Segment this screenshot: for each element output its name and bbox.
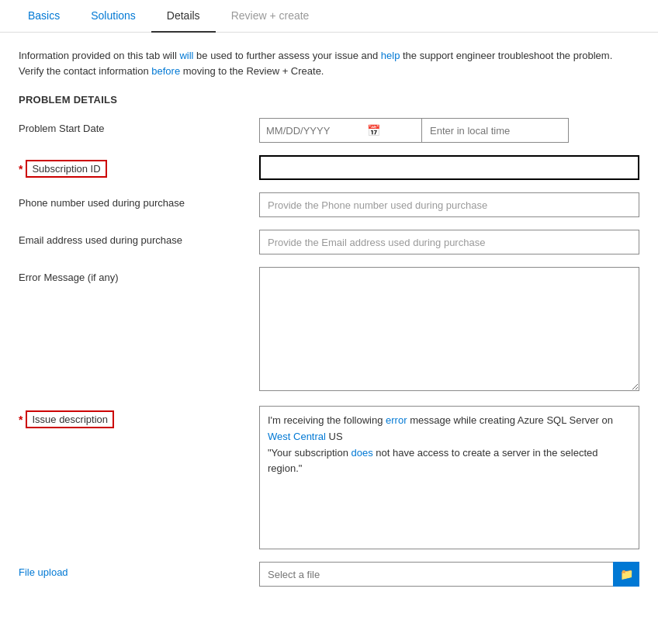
file-upload-field: 📁 [259, 562, 639, 587]
problem-start-date-label: Problem Start Date [19, 118, 259, 134]
file-upload-button[interactable]: 📁 [613, 562, 639, 587]
subscription-id-label: * Subscription ID [19, 155, 259, 178]
issue-description-field: I'm receiving the following error messag… [259, 406, 639, 549]
problem-start-date-row: Problem Start Date 📅 [19, 118, 639, 143]
subscription-id-row: * Subscription ID [19, 155, 639, 180]
phone-number-input[interactable] [259, 192, 639, 217]
file-input[interactable] [259, 562, 613, 587]
tab-solutions[interactable]: Solutions [75, 0, 151, 33]
email-address-row: Email address used during purchase [19, 230, 639, 254]
folder-icon: 📁 [620, 568, 633, 580]
issue-description-textarea[interactable]: I'm receiving the following error messag… [259, 406, 639, 549]
phone-number-field [259, 192, 639, 217]
email-address-label: Email address used during purchase [19, 230, 259, 246]
main-content: Information provided on this tab will wi… [0, 33, 658, 615]
error-message-field [259, 267, 639, 393]
date-input[interactable] [266, 125, 367, 137]
issue-description-label: * Issue description [19, 406, 259, 428]
problem-start-date-field: 📅 [259, 118, 639, 143]
required-star: * [19, 163, 23, 175]
tab-bar: Basics Solutions Details Review + create [0, 0, 658, 33]
calendar-icon[interactable]: 📅 [367, 124, 380, 137]
error-message-textarea[interactable] [259, 267, 639, 391]
subscription-id-input[interactable] [259, 155, 639, 180]
subscription-id-field [259, 155, 639, 180]
error-message-label: Error Message (if any) [19, 267, 259, 283]
issue-description-row: * Issue description I'm receiving the fo… [19, 406, 639, 549]
file-upload-label: File upload [19, 562, 259, 578]
tab-basics[interactable]: Basics [12, 0, 75, 33]
info-text: Information provided on this tab will wi… [19, 48, 639, 78]
email-address-input[interactable] [259, 230, 639, 254]
email-address-field [259, 230, 639, 254]
issue-required-star: * [19, 414, 23, 426]
tab-review-create: Review + create [216, 0, 325, 33]
tab-details[interactable]: Details [151, 0, 216, 33]
file-upload-row: File upload 📁 [19, 562, 639, 587]
phone-number-row: Phone number used during purchase [19, 192, 639, 217]
phone-number-label: Phone number used during purchase [19, 192, 259, 209]
error-message-row: Error Message (if any) [19, 267, 639, 393]
time-input[interactable] [422, 118, 569, 143]
section-title: PROBLEM DETAILS [19, 94, 639, 106]
